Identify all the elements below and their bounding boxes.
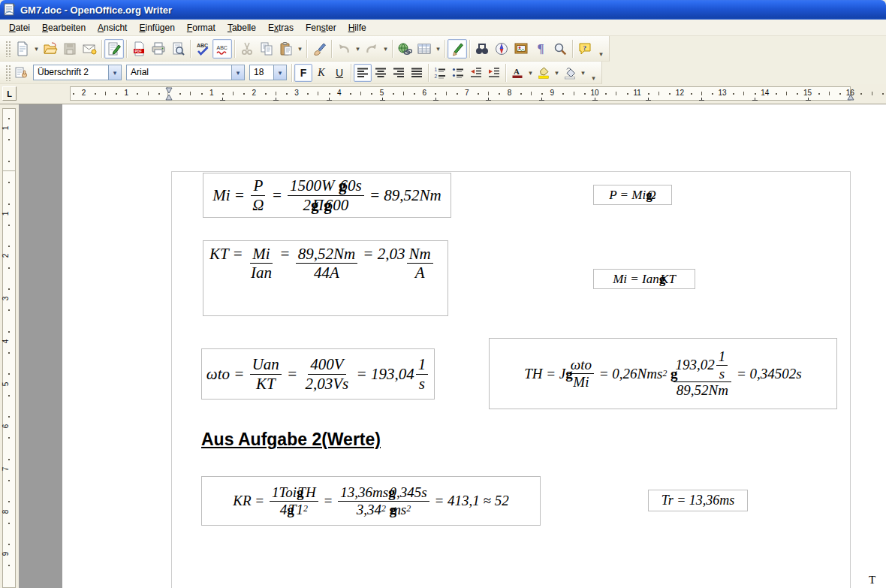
menu-bearbeiten[interactable]: Bearbeiten	[36, 20, 92, 35]
increase-indent-icon	[487, 66, 501, 80]
formula-object-kt[interactable]: KT = MiIan = 89,52Nm44A = 2,03NmA	[203, 240, 448, 316]
page-preview-button[interactable]	[168, 39, 188, 59]
background-color-button[interactable]	[561, 64, 579, 82]
paste-dropdown[interactable]	[296, 40, 304, 58]
menu-datei[interactable]: Datei	[3, 20, 36, 35]
redo-button[interactable]	[362, 39, 381, 59]
copy-button[interactable]	[257, 39, 276, 59]
background-color-dropdown[interactable]	[579, 64, 587, 82]
menu-hilfe[interactable]: Hilfe	[342, 20, 372, 35]
vertical-ruler: 112345678910	[0, 104, 19, 588]
decrease-indent-button[interactable]	[467, 64, 485, 82]
formula-object-omega[interactable]: ωto = UanKT = 400V2,03Vs = 193,041s	[201, 348, 435, 400]
justify-button[interactable]	[408, 64, 426, 82]
document-heading[interactable]: Aus Aufgabe 2(Werte)	[201, 430, 381, 450]
svg-text:A: A	[514, 67, 520, 76]
table-button[interactable]	[414, 39, 434, 59]
menu-extras[interactable]: Extras	[262, 20, 300, 35]
help-button[interactable]: ?	[575, 39, 595, 59]
toolbar-drag-handle[interactable]	[5, 41, 11, 57]
italic-button[interactable]: K	[312, 64, 330, 82]
formatting-marks-button[interactable]: ¶	[531, 39, 550, 59]
page[interactable]: Mi = PΩ = 1500W g60s2gΠg600 = 89,52Nm P …	[62, 104, 886, 588]
numbered-list-button[interactable]: 12	[431, 64, 449, 82]
ruler-number: 1	[209, 89, 214, 97]
toolbar-drag-handle[interactable]	[5, 65, 11, 81]
formula-object-mi2[interactable]: Mi = IangKT	[593, 269, 695, 289]
align-left-button[interactable]	[354, 64, 372, 82]
formula-object-tr[interactable]: Tr = 13,36ms	[648, 490, 748, 511]
formula-object-kr[interactable]: KR = 1ToigTH4gT12 = 13,36msg0,345s3,342 …	[201, 476, 541, 526]
navigator-button[interactable]	[492, 39, 511, 59]
font-color-dropdown[interactable]	[526, 64, 535, 82]
menu-tabelle[interactable]: Tabelle	[222, 20, 262, 35]
highlighting-dropdown[interactable]	[553, 64, 561, 82]
font-name-value: Arial	[127, 65, 231, 80]
gallery-button[interactable]	[511, 39, 531, 59]
export-pdf-button[interactable]: PDF	[129, 39, 149, 59]
increase-indent-button[interactable]	[485, 64, 503, 82]
save-button[interactable]	[60, 39, 80, 59]
combo-dropdown-icon[interactable]	[108, 65, 121, 80]
font-size-combo[interactable]: 18	[249, 65, 287, 80]
styles-button[interactable]	[13, 64, 31, 82]
find-replace-button[interactable]	[472, 39, 492, 59]
new-document-button[interactable]	[13, 39, 32, 59]
highlighting-icon	[537, 66, 550, 80]
zoom-button[interactable]	[550, 39, 570, 59]
svg-text:ABC: ABC	[217, 45, 228, 50]
open-button[interactable]	[41, 39, 60, 59]
print-button[interactable]	[149, 39, 168, 59]
font-color-button[interactable]: A	[508, 64, 526, 82]
align-right-button[interactable]	[390, 64, 408, 82]
new-document-icon	[15, 41, 30, 56]
styles-icon	[14, 65, 29, 80]
paragraph-style-combo[interactable]: Überschrift 2	[33, 65, 122, 80]
cut-button[interactable]	[237, 39, 257, 59]
indent-marker[interactable]	[165, 87, 173, 101]
formula-object-th[interactable]: TH = JgωtoMi = 0,26Nms2 g193,021s89,52Nm…	[489, 338, 837, 409]
autospellcheck-button[interactable]: ABC	[212, 39, 232, 59]
spellcheck-button[interactable]: ABC	[193, 39, 212, 59]
formula-object-mi[interactable]: Mi = PΩ = 1500W g60s2gΠg600 = 89,52Nm	[203, 173, 451, 218]
ruler-tab-selector[interactable]	[2, 86, 17, 101]
format-paintbrush-icon	[312, 41, 327, 56]
menu-fenster[interactable]: Fenster	[300, 20, 342, 35]
edit-mode-button[interactable]	[104, 39, 124, 59]
align-center-button[interactable]	[372, 64, 390, 82]
toolbar-overflow-button[interactable]	[589, 64, 598, 82]
combo-dropdown-icon[interactable]	[273, 65, 286, 80]
ruler-number: 1	[2, 126, 10, 131]
draw-functions-button[interactable]	[448, 39, 467, 59]
undo-button[interactable]	[334, 39, 354, 59]
hyperlink-button[interactable]	[395, 39, 414, 59]
ruler-number: 5	[380, 89, 384, 97]
underline-button[interactable]: U	[330, 64, 348, 82]
redo-dropdown[interactable]	[381, 40, 390, 58]
formatting-toolbar: Überschrift 2 Arial 18 F K U 12 A	[0, 62, 602, 84]
ruler-number: 2	[2, 254, 10, 258]
new-document-dropdown[interactable]	[32, 40, 41, 58]
default-tabstop-mark	[220, 97, 225, 101]
formatting-marks-icon: ¶	[537, 41, 544, 56]
toolbar-overflow-button[interactable]	[596, 40, 606, 58]
menu-einfügen[interactable]: Einfügen	[133, 20, 180, 35]
table-dropdown[interactable]	[434, 40, 442, 58]
bold-icon: F	[300, 67, 307, 79]
menu-format[interactable]: Format	[181, 20, 222, 35]
font-name-combo[interactable]: Arial	[126, 65, 245, 80]
justify-icon	[410, 66, 423, 80]
email-button[interactable]	[80, 39, 99, 59]
paste-button[interactable]	[276, 39, 296, 59]
undo-dropdown[interactable]	[354, 40, 362, 58]
bold-button[interactable]: F	[294, 64, 312, 82]
menu-ansicht[interactable]: Ansicht	[92, 20, 133, 35]
numbered-list-icon: 12	[433, 66, 447, 80]
formula-object-p[interactable]: P = MigΩ	[593, 185, 672, 205]
toolbar-separator	[445, 40, 445, 58]
highlighting-button[interactable]	[535, 64, 553, 82]
bullet-list-button[interactable]	[449, 64, 467, 82]
format-paintbrush-button[interactable]	[309, 39, 329, 59]
combo-dropdown-icon[interactable]	[231, 65, 244, 80]
ruler-number: 14	[761, 89, 769, 97]
